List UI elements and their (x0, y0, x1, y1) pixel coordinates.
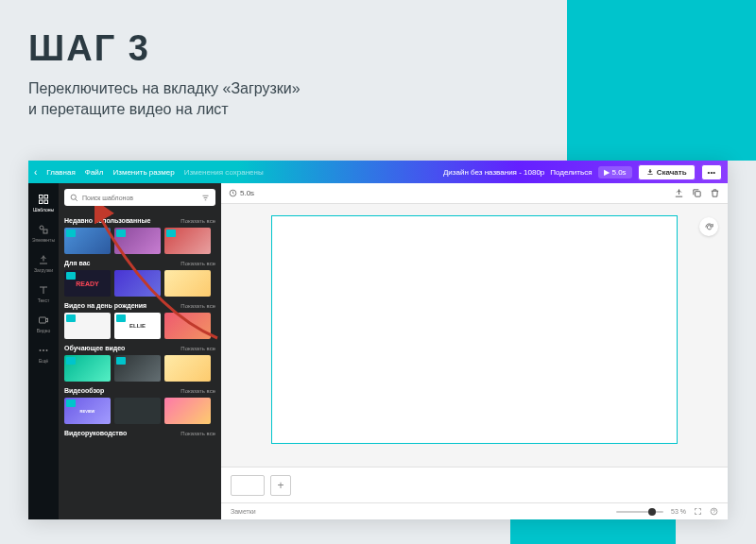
show-all-link[interactable]: Показать все (180, 218, 215, 224)
template-thumb[interactable] (114, 313, 161, 339)
clock-icon (229, 189, 237, 197)
timeline: + (221, 467, 728, 502)
rail-more[interactable]: Ещё (29, 340, 58, 368)
section-title: Видеообзор (64, 387, 104, 394)
timeline-page-thumb[interactable] (231, 475, 265, 496)
rail-video[interactable]: Видео (29, 310, 58, 338)
search-input[interactable] (82, 195, 198, 201)
rail-text[interactable]: Текст (29, 280, 58, 308)
uploads-icon (38, 254, 49, 265)
svg-rect-12 (696, 192, 701, 197)
elements-icon (38, 224, 49, 235)
video-icon (38, 314, 49, 326)
svg-point-4 (40, 226, 43, 230)
help-icon[interactable] (710, 507, 718, 516)
step-description: Переключитесь на вкладку «Загрузки» и пе… (28, 78, 548, 121)
trash-icon[interactable] (710, 188, 720, 198)
share-button[interactable]: Поделиться (550, 168, 592, 177)
refresh-icon (704, 222, 714, 232)
home-link[interactable]: Главная (46, 168, 75, 177)
refresh-button[interactable] (699, 217, 718, 236)
back-chevron-icon[interactable]: ‹ (34, 167, 37, 178)
zoom-slider[interactable] (616, 511, 663, 513)
show-all-link[interactable]: Показать все (180, 346, 215, 351)
template-thumb[interactable] (164, 313, 211, 339)
section-title: Видеоруководство (64, 430, 127, 436)
footer-bar: Заметки 53 % (221, 502, 728, 519)
top-menu-bar: ‹ Главная Файл Изменить размер Изменения… (28, 161, 728, 183)
show-all-link[interactable]: Показать все (180, 431, 215, 436)
svg-rect-3 (44, 200, 48, 204)
template-thumb[interactable] (164, 355, 211, 382)
section-title: Обучающее видео (64, 345, 125, 351)
search-box[interactable] (64, 189, 215, 206)
template-thumb[interactable] (114, 398, 161, 424)
templates-panel: Недавно использованныеПоказать все Для в… (59, 183, 221, 519)
artboard[interactable] (271, 215, 678, 444)
rail-elements[interactable]: Элементы (29, 219, 58, 247)
svg-rect-6 (40, 317, 46, 323)
rail-templates[interactable]: Шаблоны (29, 189, 58, 217)
template-thumb[interactable] (164, 228, 211, 254)
zoom-value: 53 % (671, 508, 686, 515)
svg-rect-5 (43, 230, 47, 233)
canva-app-window: ‹ Главная Файл Изменить размер Изменения… (28, 161, 728, 519)
show-all-link[interactable]: Показать все (180, 388, 215, 394)
step-title: ШАГ 3 (28, 28, 548, 69)
download-icon (646, 168, 654, 176)
notes-label[interactable]: Заметки (231, 508, 256, 515)
svg-point-7 (40, 349, 42, 351)
export-icon[interactable] (674, 188, 684, 198)
templates-icon (38, 194, 49, 205)
left-rail: Шаблоны Элементы Загрузки Текст Видео Ещ… (28, 183, 59, 519)
fullscreen-icon[interactable] (694, 507, 702, 516)
save-status: Изменения сохранены (184, 168, 264, 177)
template-thumb[interactable] (64, 228, 111, 254)
template-thumb[interactable] (114, 355, 161, 382)
template-thumb[interactable] (114, 270, 161, 297)
svg-point-10 (71, 195, 76, 199)
resize-menu[interactable]: Изменить размер (112, 168, 174, 177)
template-thumb[interactable] (114, 228, 161, 254)
svg-point-9 (46, 349, 48, 351)
template-thumb[interactable] (64, 398, 111, 424)
document-title[interactable]: Дизайн без названия - 1080p (443, 168, 544, 177)
download-button[interactable]: Скачать (638, 164, 696, 180)
template-thumb[interactable] (64, 355, 111, 382)
play-button[interactable]: ▶ 5.0s (598, 166, 632, 178)
search-icon (70, 194, 78, 202)
section-title: Для вас (64, 260, 90, 266)
template-thumb[interactable] (64, 270, 111, 297)
instruction-hero: ШАГ 3 Переключитесь на вкладку «Загрузки… (28, 28, 548, 121)
show-all-link[interactable]: Показать все (180, 261, 215, 266)
rail-uploads[interactable]: Загрузки (29, 249, 58, 278)
section-title: Недавно использованные (64, 217, 150, 224)
svg-rect-2 (40, 200, 43, 204)
template-thumb[interactable] (164, 270, 211, 297)
svg-rect-1 (44, 196, 48, 199)
svg-point-8 (43, 349, 44, 351)
more-icon (38, 345, 49, 356)
template-thumb[interactable] (164, 398, 211, 424)
duplicate-icon[interactable] (692, 188, 702, 198)
svg-rect-0 (40, 196, 43, 199)
template-thumb[interactable] (64, 313, 111, 339)
more-button[interactable]: ••• (701, 164, 722, 180)
canvas-toolbar: 5.0s (221, 183, 728, 204)
text-icon (38, 284, 49, 296)
show-all-link[interactable]: Показать все (180, 303, 215, 309)
file-menu[interactable]: Файл (85, 168, 104, 177)
canvas-area: 5.0s + Заметки (221, 183, 728, 519)
add-page-button[interactable]: + (270, 475, 291, 496)
section-title: Видео на день рождения (64, 302, 146, 309)
duration-indicator[interactable]: 5.0s (229, 189, 254, 197)
filter-icon[interactable] (201, 194, 210, 202)
